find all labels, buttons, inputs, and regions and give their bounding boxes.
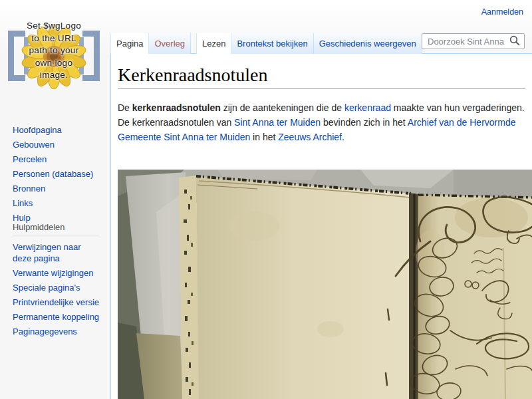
tools-item-paginagegevens[interactable]: Paginagegevens: [13, 326, 77, 337]
tools-item-speciale-pagina-s[interactable]: Speciale pagina's: [13, 282, 80, 293]
tools-heading: Hulpmiddelen: [13, 222, 99, 235]
list-item: Permanente koppeling: [13, 311, 102, 323]
page-tabs: PaginaOverleg LezenBrontekst bekijkenGes…: [110, 33, 422, 54]
tab-overleg[interactable]: Overleg: [149, 33, 191, 54]
logo-text-line: to the URL: [4, 33, 104, 45]
sidebar-tools-list: Verwijzingen naar deze paginaVerwante wi…: [13, 241, 102, 337]
sidebar-nav-list: HoofdpaginaGebouwenPercelenPersonen (dat…: [13, 124, 102, 223]
sidebar-item-hoofdpagina[interactable]: Hoofdpagina: [13, 124, 62, 136]
paragraph-text: De: [118, 102, 132, 113]
personal-bar: Aanmelden: [481, 7, 523, 17]
tab-brontekst-bekijken[interactable]: Brontekst bekijken: [231, 33, 313, 54]
sidebar-item-links[interactable]: Links: [13, 198, 33, 209]
tab-label: Pagina: [116, 39, 143, 49]
list-item: Personen (database): [13, 168, 102, 180]
view-tabs: LezenBrontekst bekijkenGeschiedenis weer…: [196, 33, 422, 54]
login-link[interactable]: Aanmelden: [481, 7, 523, 17]
logo-text-line: own logo: [4, 57, 104, 70]
sidebar-item-bronnen[interactable]: Bronnen: [13, 183, 45, 194]
paragraph-text: .: [342, 132, 344, 142]
manuscript-photo: [118, 170, 532, 399]
sidebar-item-personen-database-[interactable]: Personen (database): [13, 168, 93, 180]
sidebar-tools: Hulpmiddelen Verwijzingen naar deze pagi…: [13, 222, 102, 340]
logo-placeholder-text: Set $wgLogoto the URLpath to yourown log…: [4, 20, 104, 82]
list-item: Printvriendelijke versie: [13, 297, 102, 308]
tab-label: Overleg: [154, 39, 185, 49]
logo-text-line: path to your: [4, 45, 104, 57]
list-item: Gebouwen: [13, 139, 102, 150]
wiki-logo[interactable]: Set $wgLogoto the URLpath to yourown log…: [4, 16, 104, 92]
logo-text-line: Set $wgLogo: [4, 20, 104, 33]
paragraph-text: zijn de aantekeningen die de: [221, 102, 344, 113]
sidebar-item-percelen[interactable]: Percelen: [13, 154, 47, 165]
search-box: [422, 33, 525, 49]
list-item: Speciale pagina's: [13, 282, 102, 293]
search-icon: [509, 35, 520, 46]
tab-geschiedenis-weergeven[interactable]: Geschiedenis weergeven: [314, 33, 422, 54]
logo-text-line: image.: [4, 69, 104, 82]
list-item: Links: [13, 198, 102, 209]
article-link-kerkenraad[interactable]: kerkenraad: [344, 102, 391, 113]
content-area: Kerkenraadsnotulen De kerkenraadsnotulen…: [110, 53, 532, 399]
list-item: Verwijzingen naar deze pagina: [13, 241, 102, 264]
tools-item-printvriendelijke-versie[interactable]: Printvriendelijke versie: [13, 297, 99, 308]
article-link-zeeuws-archief[interactable]: Zeeuws Archief: [278, 132, 342, 142]
tab-lezen[interactable]: Lezen: [196, 33, 231, 54]
list-item: Verwante wijzigingen: [13, 267, 102, 279]
list-item: Paginagegevens: [13, 326, 102, 337]
sidebar-navigation: HoofdpaginaGebouwenPercelenPersonen (dat…: [13, 124, 102, 227]
list-item: Percelen: [13, 154, 102, 165]
list-item: Bronnen: [13, 183, 102, 194]
search-button[interactable]: [507, 35, 522, 48]
article-link-sint-anna-ter-muiden[interactable]: Sint Anna ter Muiden: [234, 117, 321, 128]
bold-term: kerkenraadsnotulen: [132, 102, 221, 113]
article-image[interactable]: [118, 170, 532, 399]
tools-item-verwante-wijzigingen[interactable]: Verwante wijzigingen: [13, 267, 93, 279]
article-paragraph: De kerkenraadsnotulen zijn de aantekenin…: [118, 100, 525, 144]
tab-label: Brontekst bekijken: [237, 39, 307, 49]
paragraph-text: in het: [250, 132, 278, 142]
paragraph-text: bevinden zich in het: [321, 117, 408, 128]
page-title: Kerkenraadsnotulen: [118, 63, 525, 89]
tab-label: Lezen: [202, 39, 225, 49]
tab-spacer: [191, 33, 196, 54]
tab-label: Geschiedenis weergeven: [319, 39, 416, 49]
tab-pagina[interactable]: Pagina: [110, 33, 149, 54]
sidebar-item-gebouwen[interactable]: Gebouwen: [13, 139, 55, 150]
tools-item-permanente-koppeling[interactable]: Permanente koppeling: [13, 311, 99, 323]
namespace-tabs: PaginaOverleg: [110, 33, 191, 54]
list-item: Hoofdpagina: [13, 124, 102, 136]
tools-item-verwijzingen-naar-deze-pagina[interactable]: Verwijzingen naar deze pagina: [13, 241, 102, 264]
